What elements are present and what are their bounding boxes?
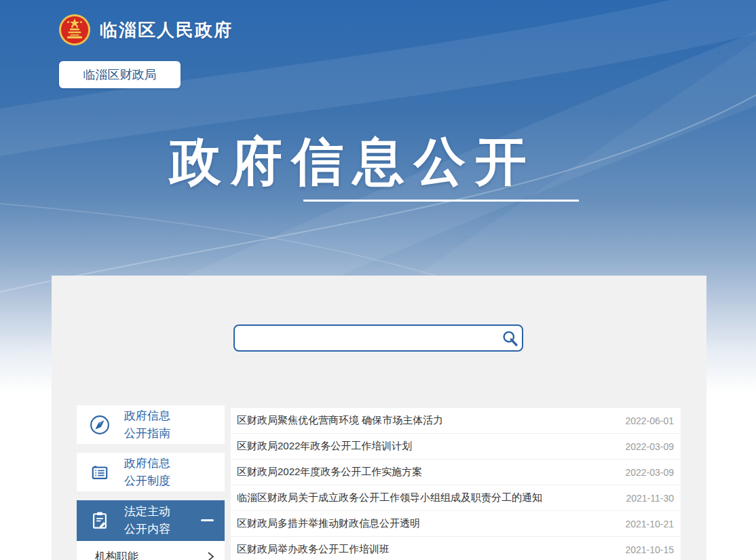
gov-info-disclosure-page: { "header": { "site_name": "临淄区人民政府", "b… [0, 0, 756, 560]
title-underline [303, 200, 579, 202]
article-title[interactable]: 区财政局2022年政务公开工作培训计划 [237, 440, 412, 453]
site-title: 临淄区人民政府 [100, 18, 233, 42]
bureau-tab-button[interactable]: 临淄区财政局 [59, 61, 181, 88]
article-date: 2022-03-09 [625, 441, 674, 452]
article-list-item[interactable]: 区财政局多措并举推动财政信息公开透明 2021-10-21 [231, 511, 681, 537]
subitem-label: 机构职能 [95, 550, 138, 560]
magnifier-icon [502, 330, 518, 347]
sidebar-nav: 政府信息 公开指南 政府信息 公开制度 [77, 405, 225, 560]
article-list: 区财政局聚焦优化营商环境 确保市场主体活力 2022-06-01 区财政局202… [231, 408, 681, 560]
page-title: 政府信息公开 [163, 128, 543, 198]
article-date: 2022-06-01 [625, 415, 674, 426]
article-title[interactable]: 临淄区财政局关于成立政务公开工作领导小组组成及职责分工的通知 [237, 491, 542, 504]
article-title[interactable]: 区财政局2022年度政务公开工作实施方案 [237, 466, 422, 479]
sidebar-item-disclosure-guide[interactable]: 政府信息 公开指南 [77, 405, 225, 444]
sidebar-item-disclosure-system[interactable]: 政府信息 公开制度 [77, 453, 225, 491]
article-list-item[interactable]: 区财政局聚焦优化营商环境 确保市场主体活力 2022-06-01 [231, 408, 681, 434]
article-date: 2022-03-09 [625, 467, 674, 478]
compass-icon [89, 414, 111, 436]
sidebar-item-label: 法定主动 公开内容 [124, 503, 170, 538]
article-title[interactable]: 区财政局举办政务公开工作培训班 [237, 543, 390, 556]
search-box [233, 324, 523, 352]
national-emblem-icon [58, 14, 91, 46]
article-title[interactable]: 区财政局多措并举推动财政信息公开透明 [237, 517, 420, 530]
sidebar-item-label: 政府信息 公开制度 [124, 455, 170, 490]
article-date: 2021-10-15 [625, 544, 674, 555]
site-header: 临淄区人民政府 [58, 14, 233, 46]
clipboard-pencil-icon [89, 510, 111, 531]
article-date: 2021-11-30 [626, 493, 674, 504]
chevron-right-icon [207, 551, 214, 560]
article-list-item[interactable]: 区财政局举办政务公开工作培训班 2021-10-15 [231, 537, 681, 560]
article-list-item[interactable]: 区财政局2022年度政务公开工作实施方案 2022-03-09 [231, 460, 681, 485]
sidebar-subitem-org-functions[interactable]: 机构职能 [77, 541, 225, 560]
search-input[interactable] [235, 326, 497, 350]
ledger-list-icon [89, 462, 111, 483]
collapse-minus-icon[interactable] [201, 519, 214, 521]
sidebar-item-statutory-disclosure[interactable]: 法定主动 公开内容 [77, 500, 225, 541]
article-list-item[interactable]: 区财政局2022年政务公开工作培训计划 2022-03-09 [231, 434, 681, 460]
article-title[interactable]: 区财政局聚焦优化营商环境 确保市场主体活力 [237, 414, 443, 427]
search-button[interactable] [497, 326, 522, 350]
article-list-item[interactable]: 临淄区财政局关于成立政务公开工作领导小组组成及职责分工的通知 2021-11-3… [231, 485, 681, 511]
content-panel: 政府信息 公开指南 政府信息 公开制度 [52, 276, 706, 560]
sidebar-item-label: 政府信息 公开指南 [124, 407, 170, 443]
article-date: 2021-10-21 [625, 519, 674, 529]
